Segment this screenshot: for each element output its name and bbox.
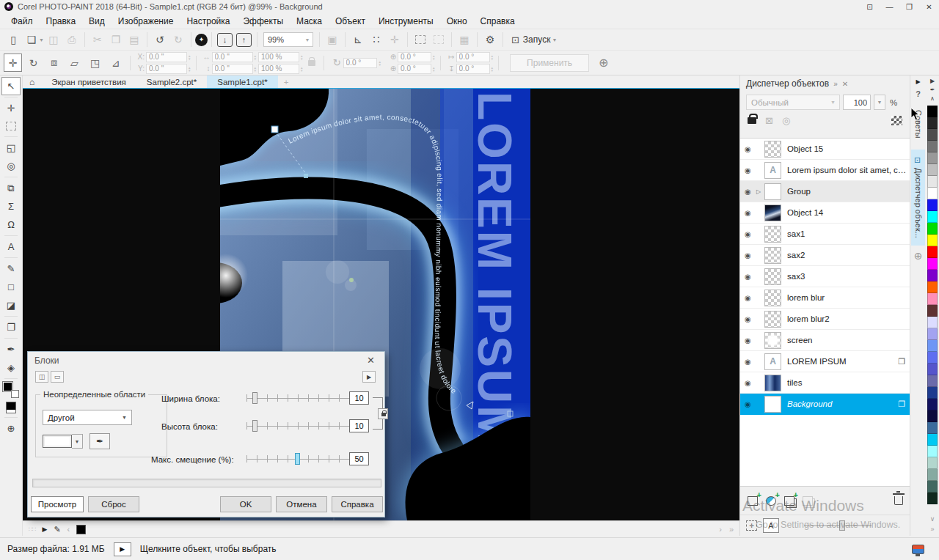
fullscreen-preview-button[interactable]: ▣ — [324, 32, 341, 48]
palette-swatch[interactable] — [927, 246, 938, 258]
y-spinner[interactable] — [189, 66, 191, 72]
width-spinner[interactable] — [255, 54, 257, 60]
selection-handle[interactable] — [271, 126, 278, 133]
palette-swatch[interactable] — [927, 281, 938, 293]
object-height-input[interactable] — [212, 64, 253, 74]
block-width-slider[interactable] — [246, 392, 349, 404]
palette-eyedropper-icon[interactable]: ✒ — [930, 86, 935, 95]
delete-object-button[interactable] — [894, 496, 903, 505]
window-extra-button[interactable]: ⊡ — [860, 0, 880, 13]
palette-swatch[interactable] — [927, 457, 938, 469]
import-button[interactable]: ↓ — [217, 33, 233, 47]
chevron-double-right-icon[interactable]: » — [729, 525, 734, 534]
launch-button[interactable]: ⊡Запуск▼ — [507, 33, 561, 47]
corel-launcher-icon[interactable]: ✦ — [195, 34, 208, 46]
palette-swatch[interactable] — [927, 364, 938, 375]
play-icon[interactable]: ▶ — [42, 526, 47, 533]
visibility-eye-icon[interactable]: ◉ — [745, 273, 756, 281]
pick-tool[interactable]: ↖ — [1, 77, 21, 95]
palette-swatch[interactable] — [927, 305, 938, 317]
group-objects-button[interactable] — [803, 496, 813, 506]
help-icon[interactable]: ? — [916, 89, 921, 98]
menu-item-10[interactable]: Справка — [474, 14, 522, 29]
tab-new-document[interactable]: + — [278, 75, 295, 88]
palette-swatch[interactable] — [927, 387, 938, 399]
palette-swatch[interactable] — [927, 164, 938, 176]
pen-icon[interactable]: ✎ — [54, 525, 60, 534]
palette-swatch[interactable] — [927, 270, 938, 281]
transparency-grid-button[interactable]: ▦ — [456, 32, 473, 48]
block-width-input[interactable] — [349, 391, 369, 405]
cut-button[interactable]: ✂ — [89, 32, 106, 48]
rotation-angle-input[interactable] — [343, 58, 377, 68]
palette-flyout-icon[interactable]: ▶ — [930, 78, 935, 86]
export-button[interactable]: ↑ — [236, 33, 252, 47]
chevron-right-icon[interactable]: › — [719, 525, 722, 534]
guidelines-button[interactable]: ✛ — [386, 32, 403, 48]
menu-item-3[interactable]: Изображение — [112, 14, 180, 29]
object-row[interactable]: ◉screen — [740, 330, 910, 351]
path-node[interactable] — [304, 174, 308, 178]
object-transparency-tool[interactable]: ❐ — [1, 318, 21, 336]
skew-mode-button[interactable]: ▱ — [65, 54, 84, 72]
apply-button[interactable]: Применить — [510, 54, 589, 72]
mask-marquee-button[interactable] — [415, 35, 425, 44]
visibility-eye-icon[interactable]: ◉ — [745, 358, 756, 366]
open-button[interactable]: ❏ — [23, 32, 40, 48]
object-row[interactable]: ◉sax1 — [740, 224, 910, 245]
opacity-slider-button[interactable]: ▼ — [874, 95, 885, 110]
palette-swatch[interactable] — [927, 352, 938, 364]
close-button[interactable]: ✕ — [919, 0, 939, 13]
new-object-button[interactable] — [748, 496, 758, 506]
help-button[interactable]: Справка — [332, 496, 383, 512]
skew-vertical-input[interactable] — [456, 64, 490, 74]
status-play-button[interactable]: ▶ — [114, 542, 131, 556]
zoom-level-select[interactable]: ▼ — [263, 32, 313, 47]
clone-tool[interactable]: ⧉ — [1, 179, 21, 197]
visibility-eye-icon[interactable]: ◉ — [745, 294, 756, 302]
ok-button[interactable]: OK — [220, 496, 271, 512]
scale-x-spinner[interactable] — [301, 54, 303, 60]
palette-swatch[interactable] — [927, 434, 938, 446]
rulers-button[interactable]: ⊾ — [349, 32, 367, 48]
mask-transform-tool[interactable]: ✛ — [1, 99, 21, 117]
menu-item-9[interactable]: Окно — [440, 14, 474, 29]
expander-icon[interactable]: ▷ — [756, 188, 764, 195]
center-y-input[interactable] — [398, 64, 431, 74]
strip-flyout-icon[interactable]: ▶ — [916, 78, 920, 85]
palette-scroll-up-icon[interactable]: ∧ — [930, 95, 935, 104]
rectangle-mask-tool[interactable] — [6, 122, 16, 130]
docker-collapse-button[interactable]: » — [833, 80, 838, 88]
palette-swatch[interactable] — [927, 211, 938, 223]
palette-swatch[interactable] — [927, 117, 938, 129]
rectangle-tool[interactable]: □ — [1, 278, 21, 296]
object-row[interactable]: ◉lorem blur — [740, 287, 910, 309]
distort-mode-button[interactable]: ◳ — [86, 54, 104, 72]
object-row[interactable]: ◉sax2 — [740, 245, 910, 266]
visibility-eye-icon[interactable]: ◉ — [745, 379, 756, 387]
center-x-spinner[interactable] — [433, 54, 435, 60]
visibility-eye-icon[interactable]: ◉ — [745, 230, 756, 238]
palette-swatch[interactable] — [927, 235, 938, 246]
object-row[interactable]: ◉ALOREM IPSUM❐ — [740, 351, 910, 372]
palette-swatch[interactable] — [927, 493, 938, 504]
text-tool[interactable]: A — [1, 237, 21, 256]
new-document-button[interactable]: ▯ — [4, 32, 22, 48]
thumbnail-size-slider[interactable] — [804, 520, 872, 531]
scale-y-spinner[interactable] — [301, 66, 303, 72]
eyedropper-tool[interactable]: ✒ — [1, 340, 21, 358]
menu-item-1[interactable]: Правка — [40, 14, 83, 29]
copy-button[interactable]: ❐ — [107, 32, 125, 48]
save-button[interactable]: ◫ — [45, 32, 62, 48]
visibility-eye-icon[interactable]: ◉ — [745, 315, 756, 323]
cancel-button[interactable]: Отмена — [276, 496, 327, 512]
options-button[interactable]: ⚙ — [481, 32, 499, 48]
tab-home[interactable]: ⌂ — [23, 75, 41, 88]
skew-v-spinner[interactable] — [492, 66, 494, 72]
palette-swatch[interactable] — [927, 152, 938, 164]
thumbnail-border-icon[interactable]: ⊠ — [765, 115, 773, 126]
more-tools-button[interactable]: ⊕ — [1, 419, 21, 438]
paint-tool[interactable]: ✎ — [1, 259, 21, 278]
tab-welcome-screen[interactable]: Экран приветствия — [41, 75, 136, 88]
paste-button[interactable]: ▤ — [125, 32, 143, 48]
